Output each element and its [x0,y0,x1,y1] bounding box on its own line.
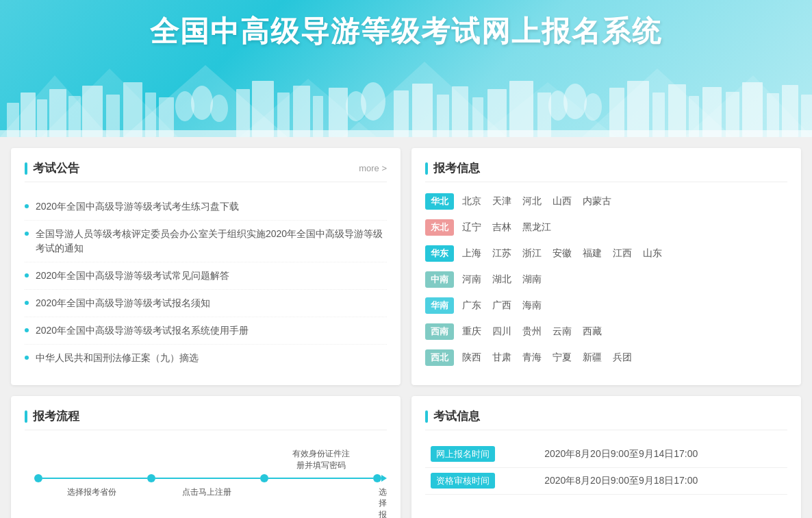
dots-row [25,474,387,482]
svg-rect-40 [609,88,624,137]
region-row: 东北辽宁吉林黑龙江 [425,219,787,236]
region-link[interactable]: 上海 [462,247,481,260]
svg-rect-34 [487,89,507,137]
region-row: 西北陕西甘肃青海宁夏新疆兵团 [425,349,787,366]
svg-point-28 [361,82,385,121]
flow-final-wrapper: 有效身份证件注 册并填写密码选择报考省份点击马上注册选择报名考试 [25,448,387,518]
svg-rect-15 [123,82,142,137]
region-badge: 华北 [425,193,454,210]
dot-2 [260,474,268,482]
svg-rect-22 [252,81,274,137]
region-row: 华东上海江苏浙江安徽福建江西山东 [425,245,787,262]
region-link[interactable]: 浙江 [522,247,542,260]
region-link[interactable]: 甘肃 [492,352,511,364]
region-link[interactable]: 江苏 [492,247,511,260]
region-link[interactable]: 福建 [583,247,602,260]
exam-info-section-title: 考试信息 [425,408,787,430]
region-link[interactable]: 广西 [492,299,511,312]
above-line-row: 有效身份证件注 册并填写密码 [25,448,387,474]
notice-item[interactable]: 2020年全国中高级导游等级考试报名系统使用手册 [25,317,387,345]
exam-info-row: 资格审核时间2020年8月20日9:00至9月18日17:00 [425,468,787,495]
notices-title-text: 考试公告 [33,160,79,176]
flow-diagram: 有效身份证件注 册并填写密码选择报考省份点击马上注册选择报名考试 [25,441,387,518]
region-link[interactable]: 四川 [492,325,511,338]
region-badge: 西南 [425,323,454,340]
svg-point-20 [210,95,228,122]
region-link[interactable]: 河北 [522,195,542,208]
svg-rect-32 [452,86,468,137]
region-link[interactable]: 内蒙古 [583,195,611,208]
region-link[interactable]: 江西 [613,247,632,260]
region-link[interactable]: 贵州 [522,325,542,338]
notice-link[interactable]: 全国导游人员等级考核评定委员会办公室关于组织实施2020年全国中高级导游等级考试… [36,227,387,256]
region-link[interactable]: 吉林 [492,221,511,234]
svg-rect-13 [82,86,103,137]
region-link[interactable]: 宁夏 [553,352,572,364]
region-link[interactable]: 天津 [492,195,511,208]
svg-rect-49 [782,85,798,137]
region-links: 河南湖北湖南 [462,273,542,286]
notice-item[interactable]: 全国导游人员等级考核评定委员会办公室关于组织实施2020年全国中高级导游等级考试… [25,221,387,262]
notice-item[interactable]: 2020年全国中高级导游等级考试报名须知 [25,290,387,317]
above-cell-0 [34,448,149,471]
notice-dot [25,273,29,278]
notice-dot [25,301,29,305]
dot-3 [373,474,381,482]
region-links: 辽宁吉林黑龙江 [462,221,551,234]
region-links: 广东广西海南 [462,299,542,312]
region-row: 华南广东广西海南 [425,297,787,314]
region-link[interactable]: 湖南 [522,273,542,286]
region-link[interactable]: 云南 [553,325,572,338]
region-link[interactable]: 北京 [462,195,481,208]
exam-info-label-badge: 网上报名时间 [431,446,495,462]
notice-dot [25,328,29,332]
svg-point-38 [563,84,587,119]
below-line-row: 选择报考省份点击马上注册选择报名考试 [25,486,387,518]
notice-link[interactable]: 2020年全国中高级导游等级考试常见问题解答 [36,269,229,283]
region-link[interactable]: 重庆 [462,325,481,338]
notice-item[interactable]: 中华人民共和国刑法修正案（九）摘选 [25,345,387,371]
region-link[interactable]: 青海 [522,352,542,364]
region-link[interactable]: 新疆 [583,352,602,364]
below-cell-2 [264,486,379,518]
region-link[interactable]: 山东 [643,247,662,260]
notice-link[interactable]: 2020年全国中高级导游等级考试考生练习盘下载 [36,199,239,214]
notices-more-link[interactable]: more > [359,163,387,173]
svg-rect-43 [668,84,686,137]
region-badge: 东北 [425,219,454,236]
svg-rect-51 [0,130,812,137]
main-content: 考试公告 more > 2020年全国中高级导游等级考试考生练习盘下载全国导游人… [0,137,812,518]
region-link[interactable]: 湖北 [492,273,511,286]
svg-rect-30 [412,84,433,137]
region-link[interactable]: 安徽 [553,247,572,260]
region-link[interactable]: 西藏 [583,325,602,338]
region-row: 华北北京天津河北山西内蒙古 [425,193,787,210]
notice-link[interactable]: 2020年全国中高级导游等级考试报名须知 [36,296,210,310]
svg-rect-35 [509,81,533,137]
region-link[interactable]: 山西 [553,195,572,208]
region-link[interactable]: 辽宁 [462,221,481,234]
exam-info-title-text: 考试信息 [433,408,480,424]
region-link[interactable]: 河南 [462,273,481,286]
h-line-0 [42,478,147,479]
region-badge: 华南 [425,297,454,314]
skyline-decoration [0,55,812,137]
region-link[interactable]: 广东 [462,299,481,312]
notice-item[interactable]: 2020年全国中高级导游等级考试考生练习盘下载 [25,193,387,221]
region-link[interactable]: 陕西 [462,352,481,364]
notice-link[interactable]: 中华人民共和国刑法修正案（九）摘选 [36,351,199,365]
exam-info-table: 网上报名时间2020年8月20日9:00至9月14日17:00资格审核时间202… [425,441,787,495]
exam-info-value-cell: 2020年8月20日9:00至9月18日17:00 [539,468,787,495]
above-cell-1 [149,448,264,471]
region-links: 陕西甘肃青海宁夏新疆兵团 [462,352,632,364]
region-link[interactable]: 海南 [522,299,542,312]
dot-1 [147,474,155,482]
region-badge: 中南 [425,271,454,288]
below-cell-3: 选择报名考试 [379,486,387,518]
notice-link[interactable]: 2020年全国中高级导游等级考试报名系统使用手册 [36,323,249,338]
exam-info-value-cell: 2020年8月20日9:00至9月14日17:00 [539,441,787,468]
region-link[interactable]: 兵团 [613,352,632,364]
notices-list: 2020年全国中高级导游等级考试考生练习盘下载全国导游人员等级考核评定委员会办公… [25,193,387,371]
notice-item[interactable]: 2020年全国中高级导游等级考试常见问题解答 [25,262,387,290]
region-link[interactable]: 黑龙江 [522,221,551,234]
